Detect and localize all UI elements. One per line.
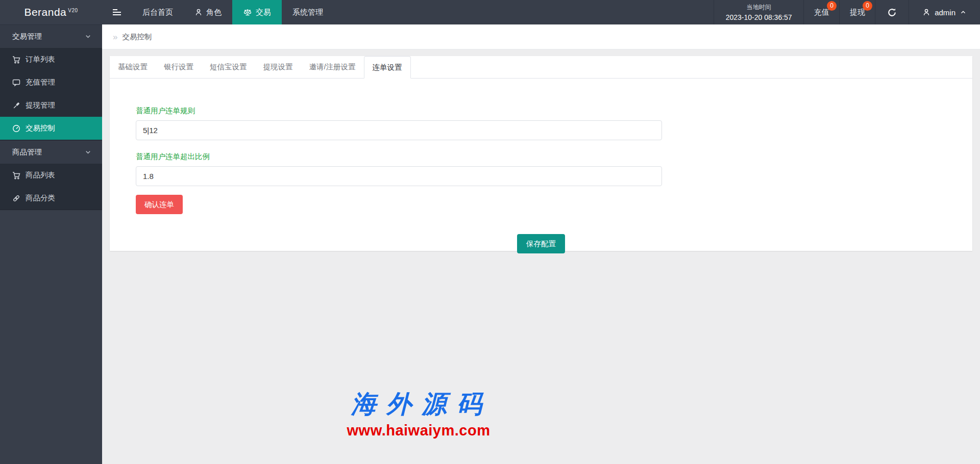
chain-rule-input[interactable] bbox=[136, 120, 662, 140]
form-field: 普通用户连单规则 bbox=[136, 106, 972, 140]
withdraw-button[interactable]: 提现 0 bbox=[839, 0, 875, 24]
gavel-icon bbox=[12, 101, 20, 110]
nav-item-trade[interactable]: 交易 bbox=[232, 0, 282, 24]
app-name: Beranda bbox=[24, 6, 66, 18]
menu-label: 商品列表 bbox=[26, 170, 55, 180]
nav-label: 系统管理 bbox=[292, 8, 323, 17]
chain-rule-label: 普通用户连单规则 bbox=[136, 106, 972, 116]
nav-item-roles[interactable]: 角色 bbox=[184, 0, 232, 24]
chevron-up-icon bbox=[960, 9, 967, 16]
user-menu[interactable]: admin bbox=[909, 0, 980, 24]
sidebar-item-goods-list[interactable]: 商品列表 bbox=[0, 164, 102, 187]
sidebar-submenu-goods: 商品列表 商品分类 bbox=[0, 164, 102, 210]
refresh-icon bbox=[887, 8, 897, 17]
app-logo: Beranda V20 bbox=[0, 0, 102, 24]
watermark: 海外源码 www.haiwaiym.com bbox=[345, 388, 492, 439]
topbar: Beranda V20 后台首页 角色 bbox=[0, 0, 980, 24]
sidebar-item-recharge-mgmt[interactable]: 充值管理 bbox=[0, 71, 102, 94]
local-time-value: 2023-10-20 08:36:57 bbox=[726, 13, 792, 21]
sidebar-item-withdraw-mgmt[interactable]: 提现管理 bbox=[0, 94, 102, 117]
sidebar-submenu-trade: 订单列表 充值管理 提现管理 交易控制 bbox=[0, 48, 102, 140]
settings-card: 基础设置 银行设置 短信宝设置 提现设置 邀请/注册设置 连单设置 普通用户连单… bbox=[110, 56, 972, 251]
nav-label: 角色 bbox=[206, 8, 222, 17]
chain-ratio-label: 普通用户连单超出比例 bbox=[136, 152, 972, 162]
chain-ratio-input[interactable] bbox=[136, 166, 662, 186]
watermark-url: www.haiwaiym.com bbox=[345, 422, 492, 439]
sidebar-item-goods-category[interactable]: 商品分类 bbox=[0, 187, 102, 210]
recharge-button[interactable]: 充值 0 bbox=[803, 0, 839, 24]
group-label: 商品管理 bbox=[12, 147, 42, 157]
chevron-down-icon bbox=[84, 33, 92, 40]
scales-icon bbox=[243, 8, 252, 16]
nav-item-system[interactable]: 系统管理 bbox=[282, 0, 334, 24]
top-nav: 后台首页 角色 交易 系统管理 bbox=[132, 0, 334, 24]
confirm-chain-order-button[interactable]: 确认连单 bbox=[136, 195, 183, 214]
sidebar-item-trade-control[interactable]: 交易控制 bbox=[0, 117, 102, 140]
menu-label: 提现管理 bbox=[26, 100, 55, 110]
sidebar: 交易管理 订单列表 充值管理 bbox=[0, 24, 102, 464]
menu-label: 订单列表 bbox=[26, 55, 55, 64]
tab-smsbao-settings[interactable]: 短信宝设置 bbox=[202, 56, 255, 78]
tab-chain-order-settings[interactable]: 连单设置 bbox=[364, 56, 411, 79]
main-content: 交易控制 基础设置 银行设置 短信宝设置 提现设置 邀请/注册设置 连单设置 普… bbox=[102, 24, 980, 464]
recharge-badge: 0 bbox=[827, 1, 837, 11]
cart-icon bbox=[12, 56, 20, 64]
tab-bank-settings[interactable]: 银行设置 bbox=[156, 56, 202, 78]
tab-withdraw-settings[interactable]: 提现设置 bbox=[255, 56, 301, 78]
username: admin bbox=[935, 8, 955, 17]
menu-label: 充值管理 bbox=[26, 78, 55, 87]
settings-tabs: 基础设置 银行设置 短信宝设置 提现设置 邀请/注册设置 连单设置 bbox=[110, 56, 972, 79]
app-version: V20 bbox=[68, 8, 78, 13]
sidebar-item-order-list[interactable]: 订单列表 bbox=[0, 48, 102, 71]
withdraw-label: 提现 bbox=[850, 8, 865, 17]
menu-label: 商品分类 bbox=[26, 193, 55, 203]
nav-item-dashboard[interactable]: 后台首页 bbox=[132, 0, 184, 24]
menu-label: 交易控制 bbox=[26, 123, 55, 133]
nav-label: 交易 bbox=[256, 8, 271, 17]
tab-basic-settings[interactable]: 基础设置 bbox=[110, 56, 156, 78]
topbar-right: 当地时间 2023-10-20 08:36:57 充值 0 提现 0 bbox=[714, 0, 980, 24]
save-config-button[interactable]: 保存配置 bbox=[517, 234, 565, 253]
form-field: 普通用户连单超出比例 bbox=[136, 152, 972, 186]
cart-icon bbox=[12, 171, 20, 179]
refresh-button[interactable] bbox=[875, 0, 909, 24]
person-icon bbox=[194, 8, 203, 16]
chevron-down-icon bbox=[84, 148, 92, 156]
nav-label: 后台首页 bbox=[142, 8, 173, 17]
recharge-label: 充值 bbox=[814, 8, 829, 17]
message-icon bbox=[12, 79, 20, 87]
page-title: 交易控制 bbox=[122, 32, 152, 42]
sidebar-toggle-button[interactable] bbox=[102, 0, 132, 24]
breadcrumb: 交易控制 bbox=[102, 24, 980, 49]
sidebar-group-trade[interactable]: 交易管理 bbox=[0, 24, 102, 48]
chain-order-form: 普通用户连单规则 普通用户连单超出比例 确认连单 bbox=[110, 79, 972, 214]
link-icon bbox=[12, 194, 20, 202]
hamburger-icon bbox=[112, 8, 121, 16]
local-time: 当地时间 2023-10-20 08:36:57 bbox=[714, 0, 803, 24]
group-label: 交易管理 bbox=[12, 32, 42, 41]
breadcrumb-arrow-icon bbox=[113, 33, 117, 41]
sidebar-group-goods[interactable]: 商品管理 bbox=[0, 140, 102, 164]
tab-invite-register-settings[interactable]: 邀请/注册设置 bbox=[301, 56, 364, 78]
gauge-icon bbox=[12, 124, 20, 133]
watermark-title: 海外源码 bbox=[345, 388, 492, 421]
save-row: 保存配置 bbox=[110, 234, 972, 253]
person-icon bbox=[922, 8, 930, 16]
local-time-label: 当地时间 bbox=[747, 3, 771, 12]
withdraw-badge: 0 bbox=[863, 1, 872, 11]
